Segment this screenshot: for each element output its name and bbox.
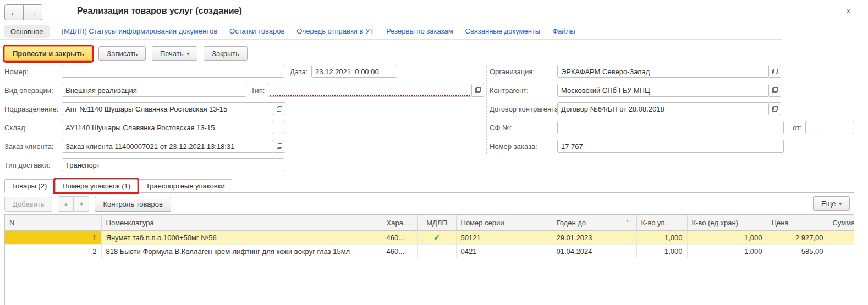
close-icon[interactable]: × [846,6,851,15]
organizaciya-label: Организация: [490,68,535,76]
kontragent-field[interactable]: Московский СПб ГБУ МПЦ [557,84,769,97]
date-label: Дата: [290,68,307,76]
col-header-series[interactable]: Номер серии [456,215,552,231]
vid-operacii-field[interactable]: Внешняя реализация [62,84,246,97]
arrow-up-icon: ▲ [63,201,69,207]
table-scrollbar[interactable] [861,214,861,305]
nav-link-rezervy[interactable]: Резервы по заказам [386,27,453,36]
command-bar: Провести и закрыть Записать Печать▾ Закр… [4,46,248,61]
print-button[interactable]: Печать▾ [152,46,197,61]
podrazdelenie-label: Подразделение: [4,105,58,113]
picker-icon [276,143,283,149]
col-header-expiry[interactable]: Годен до [552,215,619,231]
tip-dostavki-field[interactable]: Транспорт [62,158,284,171]
col-header-nomenclature[interactable]: Номенклатура [101,215,382,231]
column-separator [486,66,487,154]
back-icon: ← [10,8,18,17]
vid-operacii-label: Вид операции: [4,86,53,95]
tip-field[interactable] [268,84,472,97]
sf-from-label: от: [793,124,802,132]
kontragent-picker-button[interactable] [769,84,781,97]
nav-link-mdlp-statuses[interactable]: (МДЛП) Статусы информирования документов [62,27,217,36]
nav-link-fajly[interactable]: Файлы [552,27,575,36]
nav-link-ostatki[interactable]: Остатки товаров [229,27,284,36]
table-tabs: Товары (2) Номера упаковок (1) Транспорт… [4,179,854,193]
date-field[interactable]: 23.12.2021 0:00:00 [311,65,397,78]
nav-link-svyazannye[interactable]: Связанные документы [465,27,541,36]
col-header-n[interactable]: N [5,215,101,231]
col-header-char[interactable]: Хара... [382,215,417,231]
nomer-label: Номер: [4,68,29,76]
col-header-sum[interactable]: Сумма с [828,215,854,231]
zakaz-klienta-picker-button[interactable] [273,140,285,153]
add-button[interactable]: Добавить [4,197,52,212]
move-row-buttons: ▲ ▼ [58,196,89,212]
picker-icon [475,87,481,93]
dogovor-label: Договор контрагента: [490,105,561,113]
tab-tovary[interactable]: Товары (2) [4,179,54,193]
picker-icon [276,106,283,112]
page-title: Реализация товаров услуг (создание) [77,6,242,16]
podrazdelenie-picker-button[interactable] [273,102,285,115]
sklad-field[interactable]: АУ1140 Шушары Славянка Ростовская 13-15 [62,121,273,134]
col-header-qty-pack[interactable]: К-во уп. [636,215,687,231]
zakaz-klienta-field[interactable]: Заказ клиента 11400007021 от 23.12.2021 … [62,140,273,153]
nav-strip: Основное (МДЛП) Статусы информирования д… [0,24,782,40]
move-down-button[interactable]: ▼ [74,196,89,212]
post-and-close-button[interactable]: Провести и закрыть [4,46,92,61]
sf-label: СФ №: [490,124,512,132]
tab-nomera-upakovok[interactable]: Номера упаковок (1) [55,179,138,192]
tab-osnovnoe[interactable]: Основное [4,25,50,38]
picker-icon [772,106,778,112]
goods-table: N Номенклатура Хара... МДЛП Номер серии … [4,214,854,305]
arrow-down-icon: ▼ [79,201,85,207]
move-up-button[interactable]: ▲ [58,196,74,212]
forward-icon: → [29,8,37,17]
col-header-qty-unit[interactable]: К-во (ед.хран) [687,215,767,231]
dogovor-picker-button[interactable] [769,102,781,115]
nav-link-ochered-ut[interactable]: Очередь отправки в УТ [296,27,374,36]
goods-control-button[interactable]: Контроль товаров [95,197,171,212]
forward-button[interactable]: → [24,4,42,20]
zakaz-klienta-label: Заказ клиента: [4,142,53,151]
picker-icon [772,87,778,93]
kontragent-label: Контрагент: [490,86,529,95]
organizaciya-field[interactable]: ЭРКАФАРМ Северо-Запад [557,65,769,78]
tab-transportnye-upakovki[interactable]: Транспортные упаковки [139,179,232,192]
nomer-zakaza-label: Номер заказа: [490,142,537,151]
picker-icon [276,124,283,131]
chevron-down-icon: ▾ [839,201,842,207]
table-toolbar: Добавить ▲ ▼ Контроль товаров [4,196,171,212]
nomer-field[interactable] [62,65,284,78]
back-button[interactable]: ← [4,4,24,20]
nomer-zakaza-field[interactable]: 17 767 [557,140,784,153]
mdlp-check-icon: ✓ [417,231,456,245]
more-button[interactable]: Еще▾ [813,196,850,211]
picker-icon [772,68,778,75]
dogovor-field[interactable]: Договор №64/БН от 28.08.2018 [557,102,769,115]
podrazdelenie-field[interactable]: Апт №1140 Шушары Славянка Ростовская 13-… [62,102,273,115]
col-header-mdlp[interactable]: МДЛП [417,215,456,231]
col-header-price[interactable]: Цена [767,215,828,231]
table-row[interactable]: 1 Янумет таб.п.п.о.1000+50мг №56 460... … [5,231,854,245]
sf-from-date-field[interactable]: . . [805,121,854,134]
sklad-label: Склад: [4,124,27,132]
tip-picker-button[interactable] [472,84,484,97]
organizaciya-picker-button[interactable] [769,65,781,78]
table-row[interactable]: 2 818 Бьюти Формула В.Коллаген крем-лифт… [5,245,854,258]
history-nav: ← → [4,4,42,20]
table-header-row: N Номенклатура Хара... МДЛП Номер серии … [5,215,854,231]
mdlp-check-icon [417,245,456,258]
sklad-picker-button[interactable] [273,121,285,134]
document-window: ← → Реализация товаров услуг (создание) … [0,0,868,305]
sf-field[interactable] [557,121,784,134]
tip-label: Тип: [251,86,265,95]
col-header-tick[interactable]: ' [619,215,636,231]
tip-dostavki-label: Тип доставки: [4,161,50,169]
close-button[interactable]: Закрыть [204,46,248,61]
chevron-down-icon: ▾ [187,51,190,57]
save-button[interactable]: Записать [98,46,146,61]
